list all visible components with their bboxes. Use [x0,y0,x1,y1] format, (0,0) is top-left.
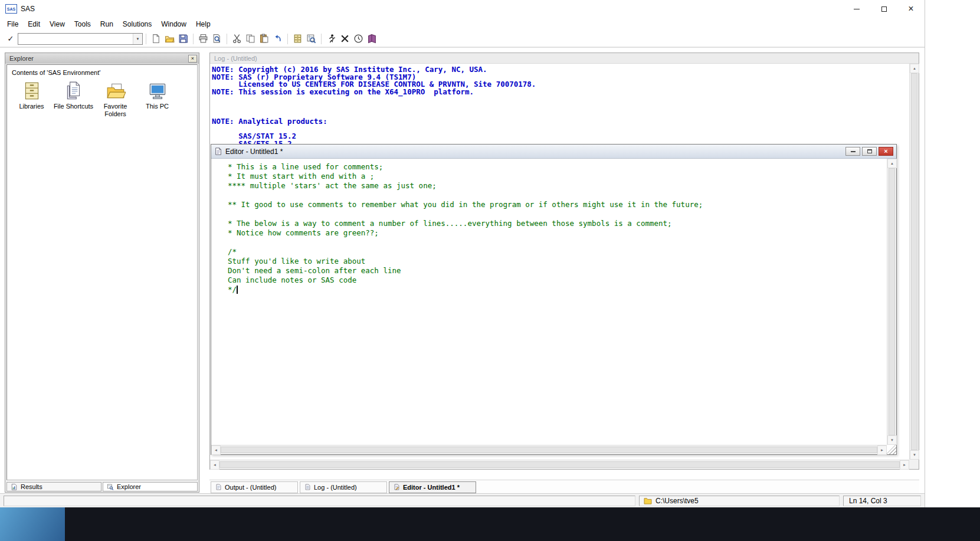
log-vscrollbar[interactable]: ▲ ▼ [909,64,919,460]
tab-results[interactable]: Results [6,482,101,491]
new-button[interactable] [149,32,163,45]
output-window-icon [215,483,222,491]
explorer-item-file-shortcuts[interactable]: File Shortcuts [53,81,94,118]
tab-log-window[interactable]: Log - (Untitled) [300,481,387,493]
editor-document-icon [214,147,222,156]
command-check-button[interactable]: ✓ [5,33,17,45]
caret-position-text: Ln 14, Col 3 [849,497,887,505]
editor-scroll-down-button[interactable]: ▼ [887,435,897,445]
editor-minimize-button[interactable] [845,147,860,156]
minimize-button[interactable] [843,0,870,18]
toolbar-separator [227,34,227,44]
editor-hscroll-thumb[interactable] [221,447,877,453]
menu-file[interactable]: File [2,19,23,29]
log-text[interactable]: NOTE: Copyright (c) 2016 by SAS Institut… [210,64,909,148]
editor-title: Editor - Untitled1 * [225,147,844,156]
explorer-item-label: Libraries [19,103,44,110]
explorer-panel: Explorer × Contents of 'SAS Environment'… [5,53,199,493]
log-vscroll-thumb[interactable] [911,73,917,450]
explorer-content: Contents of 'SAS Environment' Libraries … [6,64,198,480]
print-button[interactable] [196,32,210,45]
log-scroll-right-button[interactable]: ► [900,460,909,470]
explorer-item-libraries[interactable]: Libraries [11,81,53,118]
new-library-button[interactable] [291,32,304,45]
editor-text-area[interactable]: * This is a line used for comments; * It… [211,159,887,445]
explorer-titlebar[interactable]: Explorer × [5,53,199,64]
menu-window[interactable]: Window [156,19,191,29]
editor-scroll-left-button[interactable]: ◄ [211,445,221,455]
taskbar[interactable] [0,507,980,541]
sas-app-icon: SAS [5,4,17,14]
undo-icon [273,34,283,44]
editor-scroll-up-button[interactable]: ▲ [887,159,897,168]
text-caret [237,286,238,294]
explorer-title: Explorer [9,55,188,62]
editor-close-button[interactable]: × [879,147,893,156]
menu-tools[interactable]: Tools [70,19,96,29]
log-scroll-left-button[interactable]: ◄ [210,460,219,470]
tab-editor-window[interactable]: Editor - Untitled1 * [389,481,476,493]
editor-text[interactable]: * This is a line used for comments; * It… [211,159,887,294]
log-hscrollbar[interactable]: ◄ ► [210,460,909,469]
submit-button[interactable] [325,32,338,45]
editor-vscroll-thumb[interactable] [889,168,895,435]
maximize-button[interactable] [870,0,897,18]
explorer-button[interactable] [304,32,318,45]
toolbar-separator [321,34,322,44]
tab-explorer[interactable]: Explorer [103,482,198,491]
editor-hscrollbar[interactable]: ◄ ► [211,445,887,454]
log-titlebar[interactable]: Log - (Untitled) [210,53,919,64]
command-dropdown-button[interactable]: ▼ [133,34,142,44]
tab-output-window[interactable]: Output - (Untitled) [211,481,298,493]
open-button[interactable] [163,32,176,45]
interrupt-button[interactable] [352,32,365,45]
status-current-directory[interactable]: C:\Users\tve5 [639,496,840,506]
log-scroll-down-button[interactable]: ▼ [910,450,919,460]
open-folder-icon [165,34,175,44]
window-bar: Output - (Untitled) Log - (Untitled) Edi… [209,480,919,493]
editor-maximize-button[interactable] [862,147,877,156]
editor-window: Editor - Untitled1 * × * This is a line … [211,144,897,455]
editor-resize-grip[interactable] [887,445,896,454]
close-icon: × [908,4,913,14]
explorer-item-this-pc[interactable]: This PC [136,81,178,118]
explorer-item-favorite-folders[interactable]: Favorite Folders [94,81,136,118]
scroll-up-icon: ▲ [913,67,916,70]
current-directory-text: C:\Users\tve5 [655,497,699,505]
cut-button[interactable] [230,32,244,45]
help-button[interactable] [365,32,379,45]
minimize-icon [854,9,860,9]
menu-solutions[interactable]: Solutions [118,19,156,29]
save-button[interactable] [176,32,190,45]
menu-help[interactable]: Help [191,19,215,29]
menu-edit[interactable]: Edit [23,19,45,29]
scroll-down-icon: ▼ [913,453,916,457]
copy-button[interactable] [244,32,257,45]
status-caret-position: Ln 14, Col 3 [843,496,921,506]
clear-all-button[interactable] [338,32,352,45]
log-hscroll-thumb[interactable] [219,461,900,468]
explorer-bottom-tabs: Results Explorer [5,481,199,492]
window-titlebar[interactable]: SAS SAS × [0,0,925,18]
status-bar: C:\Users\tve5 Ln 14, Col 3 [0,493,925,507]
log-scroll-up-button[interactable]: ▲ [910,64,919,73]
editor-scroll-right-button[interactable]: ► [877,445,887,455]
explorer-close-button[interactable]: × [188,55,197,63]
editor-vscrollbar[interactable]: ▲ ▼ [887,159,896,445]
paste-icon [259,34,269,44]
paste-button[interactable] [257,32,271,45]
tab-label: Explorer [117,483,141,490]
tab-label: Editor - Untitled1 * [403,484,460,491]
print-preview-button[interactable] [210,32,224,45]
toolbar-separator [193,34,194,44]
editor-titlebar[interactable]: Editor - Untitled1 * × [211,145,896,159]
close-button[interactable]: × [897,0,925,18]
menu-run[interactable]: Run [96,19,118,29]
favorite-folders-icon [106,81,126,101]
undo-button[interactable] [271,32,284,45]
menu-view[interactable]: View [45,19,70,29]
command-input[interactable] [18,34,133,44]
window-title: SAS [21,5,35,13]
cut-icon [232,34,242,44]
desktop-wallpaper-corner [0,507,65,541]
